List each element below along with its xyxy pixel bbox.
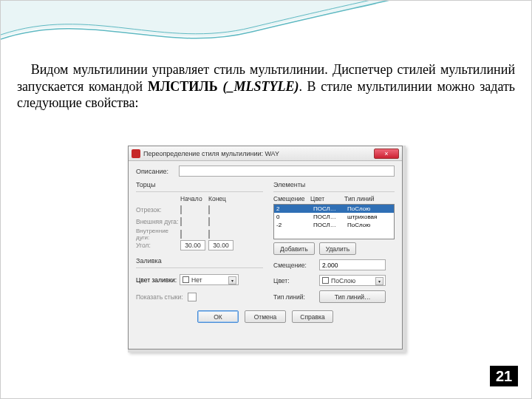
header-decor: [1, 1, 532, 52]
linetype-button[interactable]: Тип линий…: [319, 290, 386, 303]
elements-head-color: Цвет: [310, 195, 344, 202]
fill-label: Цвет заливки:: [136, 276, 177, 284]
inner-end-checkbox[interactable]: [208, 230, 210, 239]
chevron-down-icon: ▾: [228, 276, 236, 284]
offset-label: Смещение:: [273, 262, 315, 269]
joints-label: Показать стыки:: [136, 293, 183, 301]
line-end-checkbox[interactable]: [208, 205, 210, 214]
list-item[interactable]: -2 ПОСЛ… ПоСлою: [274, 221, 394, 229]
ok-button[interactable]: ОК: [197, 310, 239, 323]
chevron-down-icon: ▾: [375, 277, 383, 285]
fill-color-combo[interactable]: Нет ▾: [180, 274, 239, 285]
list-item[interactable]: 2 ПОСЛ… ПоСлою: [274, 205, 394, 213]
elements-head-ltype: Тип линий: [344, 195, 386, 202]
fill-title: Заливка: [136, 257, 263, 265]
add-button[interactable]: Добавить: [273, 242, 315, 255]
description-label: Описание:: [136, 168, 174, 175]
titlebar[interactable]: Переопределение стиля мультилинии: WAY ×: [129, 146, 402, 161]
close-button[interactable]: ×: [374, 149, 399, 159]
dialog-title: Переопределение стиля мультилинии: WAY: [143, 150, 374, 157]
outer-end-checkbox[interactable]: [208, 217, 210, 226]
caps-row-angle: Угол:: [136, 242, 180, 249]
delete-button[interactable]: Удалить: [319, 242, 356, 255]
cancel-button[interactable]: Отмена: [245, 310, 286, 323]
angle-end-input[interactable]: [208, 240, 233, 250]
caps-row-outer: Внешняя дуга:: [136, 218, 180, 225]
angle-start-input[interactable]: [180, 240, 205, 250]
caps-head-start: Начало: [180, 195, 208, 202]
joints-checkbox[interactable]: [188, 293, 197, 301]
outer-start-checkbox[interactable]: [180, 217, 182, 226]
intro-paragraph: Видом мультилинии управляет стиль мульти…: [17, 61, 515, 112]
command-en: (_MLSTYLE): [222, 79, 299, 94]
line-start-checkbox[interactable]: [180, 205, 182, 214]
description-input[interactable]: [179, 166, 395, 177]
fill-color-value: Нет: [191, 276, 202, 284]
inner-start-checkbox[interactable]: [180, 230, 182, 239]
color-value: ПоСлою: [331, 277, 355, 284]
caps-row-line: Отрезок:: [136, 206, 180, 214]
help-button[interactable]: Справка: [292, 310, 333, 323]
swatch-icon: [183, 276, 189, 283]
color-label: Цвет:: [273, 277, 315, 284]
offset-input[interactable]: [319, 259, 386, 270]
caps-row-inner: Внутренние дуги:: [136, 228, 180, 241]
mlstyle-dialog: Переопределение стиля мультилинии: WAY ×…: [128, 146, 403, 349]
caps-title: Торцы: [136, 181, 263, 188]
elements-title: Элементы: [273, 181, 395, 188]
list-item[interactable]: 0 ПОСЛ… штриховая: [274, 213, 394, 221]
color-combo[interactable]: ПоСлою ▾: [319, 275, 386, 286]
page-number: 21: [490, 366, 518, 386]
elements-head-offset: Смещение: [273, 195, 310, 202]
command-ru: МЛСТИЛЬ: [148, 79, 218, 94]
swatch-icon: [322, 277, 329, 284]
app-icon: [132, 149, 140, 158]
elements-listbox[interactable]: 2 ПОСЛ… ПоСлою 0 ПОСЛ… штриховая -2 ПОСЛ…: [273, 204, 395, 239]
caps-head-end: Конец: [208, 195, 236, 202]
ltype-label: Тип линий:: [273, 293, 315, 301]
